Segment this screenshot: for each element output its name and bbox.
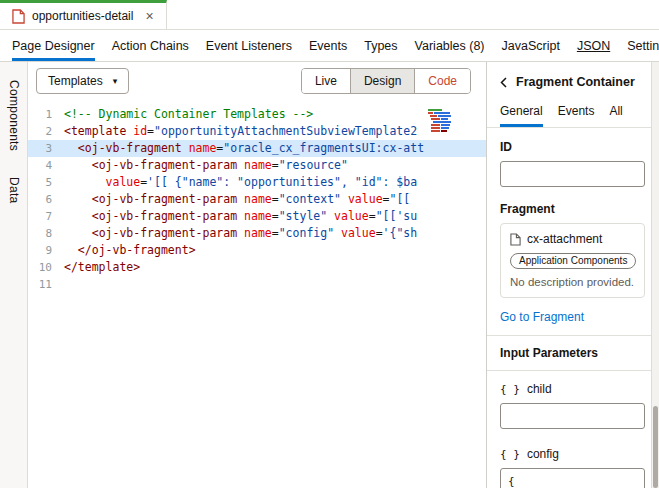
code-text: <template id="opportunityAttachmentSubvi… bbox=[64, 123, 486, 140]
code-text: </template> bbox=[64, 259, 486, 276]
templates-dropdown-button[interactable]: Templates ▾ bbox=[36, 68, 129, 94]
nav-tab-events[interactable]: Events bbox=[309, 30, 347, 61]
nav-tab-javascript[interactable]: JavaScript bbox=[502, 30, 560, 61]
editor-pane: Templates ▾ LiveDesignCode 1<!-- Dynamic… bbox=[28, 62, 487, 488]
code-token: name bbox=[189, 141, 217, 155]
code-token: "config" bbox=[279, 226, 334, 240]
line-number: 4 bbox=[28, 157, 64, 174]
document-tab-title: opportunities-detail bbox=[32, 9, 133, 23]
view-toggle-design[interactable]: Design bbox=[350, 69, 414, 93]
fragment-label: Fragment bbox=[500, 202, 645, 216]
code-token: name bbox=[244, 209, 272, 223]
rail-item-data[interactable]: Data bbox=[7, 177, 21, 204]
main-area: ComponentsData Templates ▾ LiveDesignCod… bbox=[0, 62, 659, 488]
code-line[interactable]: 8 <oj-vb-fragment-param name="config" va… bbox=[28, 225, 486, 242]
go-to-fragment-link[interactable]: Go to Fragment bbox=[500, 310, 645, 324]
editor-toolbar: Templates ▾ LiveDesignCode bbox=[28, 62, 486, 100]
inspector-tab-events[interactable]: Events bbox=[558, 100, 595, 127]
code-line[interactable]: 6 <oj-vb-fragment-param name="context" v… bbox=[28, 191, 486, 208]
close-icon[interactable]: × bbox=[145, 9, 153, 23]
nav-tab-event-listeners[interactable]: Event Listeners bbox=[206, 30, 292, 61]
code-token: <oj-vb-fragment-param bbox=[92, 192, 237, 206]
document-tab-opportunities-detail[interactable]: opportunities-detail × bbox=[0, 0, 167, 29]
fragment-description: No description provided. bbox=[510, 276, 635, 288]
rail-item-components[interactable]: Components bbox=[7, 80, 21, 151]
code-token: = bbox=[147, 124, 154, 138]
inspector-body: ID Fragment cx-attachment Application Co… bbox=[487, 128, 651, 488]
code-token bbox=[64, 226, 92, 240]
line-number: 3 bbox=[28, 140, 64, 157]
code-token bbox=[64, 192, 92, 206]
line-number: 1 bbox=[28, 106, 64, 123]
id-label: ID bbox=[500, 140, 645, 154]
line-number: 9 bbox=[28, 242, 64, 259]
nav-tab-types[interactable]: Types bbox=[364, 30, 397, 61]
code-token: = bbox=[272, 158, 279, 172]
code-token: '[[ {"name": "opportunities", "id": $ba bbox=[147, 175, 417, 189]
code-token: "resource" bbox=[279, 158, 348, 172]
code-token bbox=[64, 175, 106, 189]
chevron-left-icon[interactable] bbox=[500, 77, 507, 88]
code-token: = bbox=[376, 226, 383, 240]
code-token: <oj-vb-fragment bbox=[78, 141, 182, 155]
code-line[interactable]: 7 <oj-vb-fragment-param name="style" val… bbox=[28, 208, 486, 225]
code-token: <oj-vb-fragment-param bbox=[92, 226, 237, 240]
child-param-label: child bbox=[527, 382, 552, 396]
code-token: "style" bbox=[279, 209, 327, 223]
inspector-tab-general[interactable]: General bbox=[500, 100, 543, 127]
config-param-editor[interactable]: { "showCategory": true bbox=[500, 468, 645, 488]
scrollbar-thumb[interactable] bbox=[653, 406, 658, 488]
fragment-card: cx-attachment Application Components No … bbox=[500, 223, 645, 298]
code-token: name bbox=[244, 192, 272, 206]
nav-tab-settings[interactable]: Settings bbox=[627, 30, 659, 61]
left-rail: ComponentsData bbox=[0, 62, 28, 488]
code-line[interactable]: 9 </oj-vb-fragment> bbox=[28, 242, 486, 259]
property-inspector: Fragment Container GeneralEventsAll ID F… bbox=[487, 62, 651, 488]
nav-tab-page-designer[interactable]: Page Designer bbox=[12, 30, 95, 61]
code-token: "[[ bbox=[390, 192, 418, 206]
view-toggle-group: LiveDesignCode bbox=[301, 68, 471, 94]
id-input[interactable] bbox=[500, 161, 645, 187]
code-token: = bbox=[272, 226, 279, 240]
code-token: '{"sh bbox=[383, 226, 418, 240]
code-line[interactable]: 2<template id="opportunityAttachmentSubv… bbox=[28, 123, 486, 140]
code-token bbox=[64, 243, 78, 257]
code-text: </oj-vb-fragment> bbox=[64, 242, 486, 259]
code-line[interactable]: 10</template> bbox=[28, 259, 486, 276]
vertical-scrollbar[interactable] bbox=[651, 62, 659, 488]
code-token: <!-- Dynamic Container Templates --> bbox=[64, 107, 313, 121]
nav-tab-action-chains[interactable]: Action Chains bbox=[112, 30, 189, 61]
code-token bbox=[237, 209, 244, 223]
code-text: value='[[ {"name": "opportunities", "id"… bbox=[64, 174, 486, 191]
code-token bbox=[341, 192, 348, 206]
code-token: <oj-vb-fragment-param bbox=[92, 209, 237, 223]
inspector-tabs: GeneralEventsAll bbox=[487, 100, 651, 128]
code-line[interactable]: 11 bbox=[28, 276, 486, 293]
code-editor[interactable]: 1<!-- Dynamic Container Templates -->2<t… bbox=[28, 100, 486, 488]
code-token: value bbox=[348, 192, 383, 206]
code-line[interactable]: 3 <oj-vb-fragment name="oracle_cx_fragme… bbox=[28, 140, 486, 157]
code-token: "oracle_cx_fragmentsUI:cx-att bbox=[223, 141, 424, 155]
code-token: "context" bbox=[279, 192, 341, 206]
code-line[interactable]: 5 value='[[ {"name": "opportunities", "i… bbox=[28, 174, 486, 191]
nav-tab-json[interactable]: JSON bbox=[577, 30, 610, 61]
config-param-label: config bbox=[527, 447, 559, 461]
code-token: = bbox=[272, 192, 279, 206]
minimap[interactable] bbox=[428, 108, 458, 137]
code-token: <template bbox=[64, 124, 126, 138]
document-tab-bar: opportunities-detail × bbox=[0, 0, 659, 30]
inspector-tab-all[interactable]: All bbox=[609, 100, 622, 127]
code-line[interactable]: 4 <oj-vb-fragment-param name="resource" bbox=[28, 157, 486, 174]
child-param-input[interactable] bbox=[500, 403, 645, 429]
code-text: <oj-vb-fragment-param name="style" value… bbox=[64, 208, 486, 225]
code-token bbox=[64, 209, 92, 223]
nav-tab-variables-8[interactable]: Variables (8) bbox=[415, 30, 485, 61]
line-number: 11 bbox=[28, 276, 64, 293]
code-text: <oj-vb-fragment-param name="config" valu… bbox=[64, 225, 486, 242]
view-toggle-code[interactable]: Code bbox=[414, 69, 470, 93]
view-toggle-live[interactable]: Live bbox=[302, 69, 350, 93]
code-token: <oj-vb-fragment-param bbox=[92, 158, 237, 172]
templates-dropdown-label: Templates bbox=[48, 74, 103, 88]
code-line[interactable]: 1<!-- Dynamic Container Templates --> bbox=[28, 106, 486, 123]
code-text: <oj-vb-fragment name="oracle_cx_fragment… bbox=[64, 140, 486, 157]
